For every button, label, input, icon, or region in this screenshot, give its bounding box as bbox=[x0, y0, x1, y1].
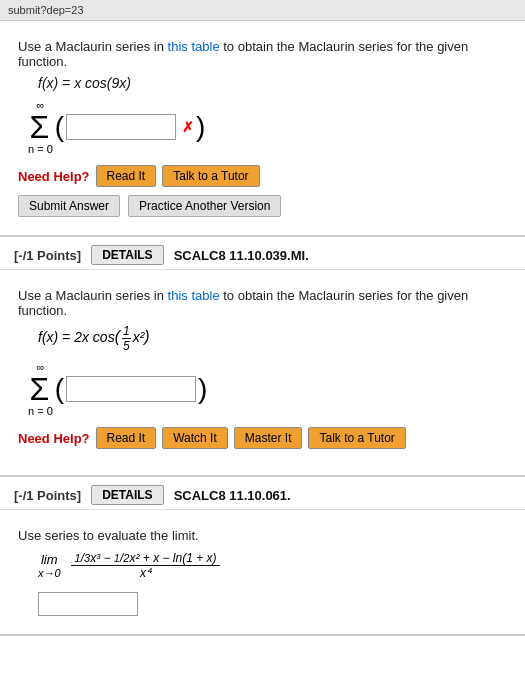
answer-input-1[interactable] bbox=[66, 114, 176, 140]
practice-version-button-1[interactable]: Practice Another Version bbox=[128, 195, 281, 217]
section-3: Use series to evaluate the limit. lim x→… bbox=[0, 510, 525, 636]
answer-input-2[interactable] bbox=[66, 376, 196, 402]
talk-tutor-button-1[interactable]: Talk to a Tutor bbox=[162, 165, 259, 187]
limit-expression: lim x→0 1/3x³ − 1/2x² + x − ln(1 + x) x⁴ bbox=[38, 551, 507, 580]
table-link-2[interactable]: this table bbox=[168, 288, 220, 303]
need-help-label-1: Need Help? bbox=[18, 169, 90, 184]
watch-it-button-2[interactable]: Watch It bbox=[162, 427, 228, 449]
need-help-label-2: Need Help? bbox=[18, 431, 90, 446]
table-link-1[interactable]: this table bbox=[168, 39, 220, 54]
sigma-expression-1: ∞ Σ n = 0 ( ✗ ) bbox=[28, 99, 507, 155]
read-it-button-1[interactable]: Read It bbox=[96, 165, 157, 187]
read-it-button-2[interactable]: Read It bbox=[96, 427, 157, 449]
section-2-header: [-/1 Points] DETAILS SCALC8 11.10.039.MI… bbox=[0, 237, 525, 270]
limit-denominator: x⁴ bbox=[136, 566, 155, 580]
problem-intro-1: Use a Maclaurin series in this table to … bbox=[18, 39, 507, 69]
need-help-row-1: Need Help? Read It Talk to a Tutor bbox=[18, 165, 507, 187]
section-3-header: [-/1 Points] DETAILS SCALC8 11.10.061. bbox=[0, 477, 525, 510]
talk-tutor-button-2[interactable]: Talk to a Tutor bbox=[308, 427, 405, 449]
limit-fraction: 1/3x³ − 1/2x² + x − ln(1 + x) x⁴ bbox=[71, 551, 221, 580]
sigma-symbol-2: Σ bbox=[30, 373, 50, 405]
details-button-3[interactable]: DETAILS bbox=[91, 485, 163, 505]
scalc-label-2: SCALC8 11.10.039.MI. bbox=[174, 248, 309, 263]
section-2: Use a Maclaurin series in this table to … bbox=[0, 270, 525, 477]
need-help-row-2: Need Help? Read It Watch It Master It Ta… bbox=[18, 427, 507, 449]
error-mark-1: ✗ bbox=[182, 119, 194, 135]
scalc-label-3: SCALC8 11.10.061. bbox=[174, 488, 291, 503]
formula-2: f(x) = 2x cos(15x²) bbox=[38, 324, 507, 353]
details-button-2[interactable]: DETAILS bbox=[91, 245, 163, 265]
open-paren-1: ( bbox=[55, 113, 64, 141]
submit-answer-button-1[interactable]: Submit Answer bbox=[18, 195, 120, 217]
points-label-3: [-/1 Points] bbox=[14, 488, 81, 503]
lim-word: lim x→0 bbox=[38, 552, 61, 579]
limit-numerator: 1/3x³ − 1/2x² + x − ln(1 + x) bbox=[71, 551, 221, 566]
problem-text-3: Use series to evaluate the limit. bbox=[18, 528, 507, 543]
sigma-expression-2: ∞ Σ n = 0 ( ) bbox=[28, 361, 507, 417]
top-bar: submit?dep=23 bbox=[0, 0, 525, 21]
sigma-sub-2: n = 0 bbox=[28, 405, 53, 417]
answer-input-3[interactable] bbox=[38, 592, 138, 616]
points-label-2: [-/1 Points] bbox=[14, 248, 81, 263]
top-bar-text: submit?dep=23 bbox=[8, 4, 84, 16]
master-it-button-2[interactable]: Master It bbox=[234, 427, 303, 449]
problem-intro-2: Use a Maclaurin series in this table to … bbox=[18, 288, 507, 318]
action-row-1: Submit Answer Practice Another Version bbox=[18, 195, 507, 217]
open-paren-2: ( bbox=[55, 375, 64, 403]
formula-1: f(x) = x cos(9x) bbox=[38, 75, 507, 91]
sigma-sub-1: n = 0 bbox=[28, 143, 53, 155]
section-1: Use a Maclaurin series in this table to … bbox=[0, 21, 525, 237]
sigma-symbol-1: Σ bbox=[30, 111, 50, 143]
close-paren-1: ) bbox=[196, 113, 205, 141]
close-paren-2: ) bbox=[198, 375, 207, 403]
